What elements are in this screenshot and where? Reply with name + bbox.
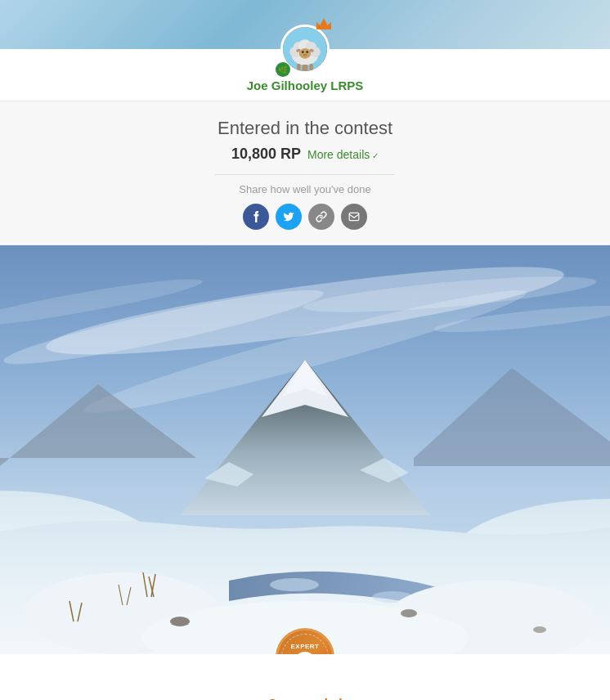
svg-point-10	[303, 54, 307, 56]
svg-point-46	[170, 617, 190, 626]
rp-row: 10,800 RP More details	[231, 146, 379, 163]
social-icons	[243, 204, 367, 230]
rp-value: 10,800 RP	[231, 146, 301, 163]
svg-point-9	[306, 51, 308, 53]
badge-expert-text: EXPERT	[290, 643, 319, 650]
svg-rect-16	[309, 64, 313, 71]
more-details-link[interactable]: More details	[307, 148, 379, 161]
svg-rect-17	[349, 213, 359, 220]
svg-point-8	[302, 51, 304, 53]
svg-point-48	[533, 626, 546, 633]
avatar-image	[283, 27, 327, 71]
profile-section: 🌿 Joe Gilhooley LRPS	[0, 49, 610, 101]
svg-point-7	[299, 48, 311, 59]
bottom-area: Commended	[0, 654, 610, 700]
copy-link-button[interactable]	[308, 204, 334, 230]
svg-point-34	[270, 578, 319, 591]
avatar-wrapper: 🌿	[280, 25, 330, 74]
leaf-badge: 🌿	[276, 62, 290, 77]
badge-eye-icon	[297, 652, 313, 654]
contest-section: Entered in the contest 10,800 RP More de…	[0, 101, 610, 245]
email-share-button[interactable]	[341, 204, 367, 230]
commended-label: Commended	[268, 653, 343, 700]
svg-point-47	[401, 609, 417, 617]
facebook-share-button[interactable]	[243, 204, 269, 230]
svg-rect-13	[297, 64, 301, 71]
photo-section: EXPERT COMMENDED	[0, 245, 610, 654]
expert-badge: EXPERT COMMENDED	[276, 628, 334, 654]
twitter-share-button[interactable]	[276, 204, 302, 230]
svg-rect-15	[304, 65, 308, 71]
username: Joe Gilhooley LRPS	[247, 79, 364, 92]
badge-section: EXPERT COMMENDED	[276, 628, 334, 654]
landscape-photo	[0, 245, 610, 654]
contest-title: Entered in the contest	[218, 118, 392, 139]
share-text: Share how well you've done	[239, 183, 370, 195]
divider	[215, 174, 395, 175]
